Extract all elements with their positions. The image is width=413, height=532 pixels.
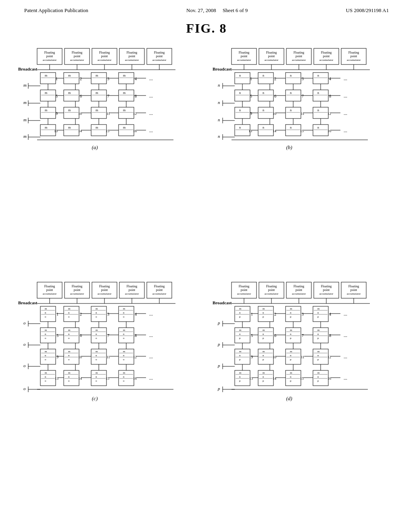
svg-text:point: point <box>129 54 136 58</box>
svg-text:...: ... <box>149 375 153 381</box>
svg-text:o: o <box>123 379 125 382</box>
svg-text:2: 2 <box>80 312 82 316</box>
svg-rect-481 <box>235 306 250 322</box>
svg-text:m: m <box>123 91 126 95</box>
svg-text:7: 7 <box>107 333 109 338</box>
svg-text:p: p <box>317 315 319 318</box>
svg-rect-36 <box>119 73 134 84</box>
broadcast-b: Broadcast <box>213 66 232 71</box>
svg-text:Floating: Floating <box>266 51 277 54</box>
svg-text:n: n <box>68 332 70 336</box>
svg-text:...: ... <box>344 311 347 317</box>
svg-text:point: point <box>296 288 302 292</box>
svg-text:n: n <box>290 354 292 357</box>
svg-text:n: n <box>218 83 220 87</box>
svg-text:m: m <box>45 350 47 353</box>
svg-text:9: 9 <box>56 111 58 116</box>
svg-text:n: n <box>290 311 292 314</box>
svg-text:...: ... <box>149 128 153 133</box>
svg-text:m: m <box>239 350 242 353</box>
svg-text:point: point <box>323 54 330 58</box>
svg-text:5: 5 <box>56 333 58 338</box>
svg-text:o: o <box>23 320 26 325</box>
panel-c: Floating point accumulator Floating poin… <box>12 277 206 511</box>
svg-text:n: n <box>290 126 292 129</box>
svg-text:2: 2 <box>274 77 276 81</box>
svg-text:3: 3 <box>302 312 304 316</box>
svg-text:point: point <box>74 54 81 58</box>
svg-text:m: m <box>123 328 125 332</box>
svg-text:point: point <box>350 288 357 292</box>
svg-text:n: n <box>218 100 220 105</box>
svg-text:Floating: Floating <box>127 51 138 54</box>
svg-text:n: n <box>317 91 319 95</box>
svg-text:Floating: Floating <box>348 285 359 288</box>
svg-text:9: 9 <box>251 355 253 359</box>
svg-text:n: n <box>317 311 319 314</box>
page-header: Patent Application Publication Nov. 27, … <box>0 0 413 14</box>
svg-text:m: m <box>23 100 27 105</box>
svg-rect-425 <box>64 370 79 386</box>
svg-rect-569 <box>258 349 273 364</box>
svg-text:n: n <box>317 74 319 77</box>
svg-text:p: p <box>263 358 264 361</box>
svg-text:o: o <box>123 358 125 361</box>
svg-text:n: n <box>317 126 319 129</box>
svg-rect-194 <box>258 90 273 101</box>
svg-text:p: p <box>290 358 292 361</box>
svg-text:m: m <box>123 350 125 353</box>
panel-b-svg: Floating point accumulator Floating poin… <box>211 46 388 171</box>
svg-rect-166 <box>258 73 273 84</box>
svg-text:o: o <box>23 342 26 347</box>
svg-text:p: p <box>317 379 319 382</box>
svg-rect-31 <box>91 73 106 84</box>
svg-text:p: p <box>263 337 264 340</box>
svg-text:n: n <box>68 375 70 378</box>
svg-rect-250 <box>258 125 273 136</box>
svg-text:...: ... <box>344 128 347 133</box>
svg-rect-110 <box>64 125 79 136</box>
svg-text:o: o <box>96 315 97 318</box>
svg-text:m: m <box>45 126 48 129</box>
svg-text:Floating: Floating <box>154 285 165 288</box>
svg-text:14: 14 <box>78 376 82 380</box>
svg-text:n: n <box>123 311 125 314</box>
svg-text:point: point <box>241 54 248 58</box>
header-date: Nov. 27, 2008 <box>186 7 216 13</box>
svg-text:point: point <box>129 288 136 292</box>
svg-text:...: ... <box>149 332 153 338</box>
svg-text:o: o <box>23 363 26 368</box>
svg-text:m: m <box>263 371 265 374</box>
svg-text:accumulator: accumulator <box>319 58 334 62</box>
panel-a: Floating point accumulator Floating poin… <box>12 43 206 277</box>
svg-text:...: ... <box>149 311 153 317</box>
svg-text:1: 1 <box>250 77 252 81</box>
svg-text:m: m <box>23 83 27 87</box>
svg-text:accumulator: accumulator <box>125 292 139 295</box>
svg-text:accumulator: accumulator <box>237 292 251 295</box>
svg-text:m: m <box>123 126 126 129</box>
svg-text:4: 4 <box>135 77 137 81</box>
svg-rect-21 <box>40 73 56 84</box>
svg-text:m: m <box>290 350 292 353</box>
svg-text:point: point <box>46 54 53 58</box>
svg-rect-54 <box>64 90 79 101</box>
svg-text:accumulator: accumulator <box>152 58 167 62</box>
svg-text:12: 12 <box>133 355 137 359</box>
svg-text:m: m <box>123 307 125 310</box>
svg-text:12: 12 <box>327 355 331 359</box>
svg-text:6: 6 <box>274 94 276 98</box>
svg-text:m: m <box>68 350 71 353</box>
svg-text:m: m <box>317 371 320 374</box>
panel-b: Floating point accumulator Floating poin… <box>206 43 401 277</box>
svg-text:Floating: Floating <box>294 51 305 54</box>
svg-rect-601 <box>235 370 250 386</box>
svg-text:11: 11 <box>106 112 110 116</box>
svg-text:point: point <box>101 288 108 292</box>
svg-text:8: 8 <box>135 333 137 338</box>
svg-text:m: m <box>68 74 71 77</box>
svg-text:Floating: Floating <box>239 51 250 54</box>
svg-text:n: n <box>45 375 46 378</box>
svg-rect-245 <box>235 125 250 136</box>
svg-text:7: 7 <box>302 333 304 338</box>
